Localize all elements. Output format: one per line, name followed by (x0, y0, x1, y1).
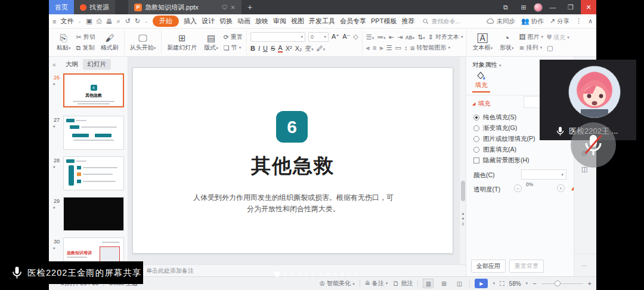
slide-thumbnail-28[interactable] (63, 156, 124, 190)
fit-slide-icon[interactable]: ⛶ (500, 280, 504, 288)
chapter-number-badge[interactable]: 6 (276, 111, 308, 143)
decrease-font-icon[interactable]: A⁻ (342, 33, 350, 41)
paste-button[interactable]: ⎘ 粘贴▾ (55, 33, 73, 52)
to-smart-graphic-button[interactable]: ⧈转智能图形▾ (410, 44, 450, 52)
ribbon-tab-transition[interactable]: 切换 (219, 17, 233, 26)
ribbon-tab-review[interactable]: 审阅 (273, 17, 286, 26)
apply-to-all-button[interactable]: 全部应用 (471, 260, 506, 273)
vertical-scrollbar[interactable]: ▲▼⇕ (459, 57, 466, 264)
comment-bubble-icon[interactable]: 🗨 (222, 4, 228, 11)
bullet-list-icon[interactable]: ☰▾ (366, 33, 374, 41)
redo-icon[interactable]: ↻ (135, 17, 140, 25)
decrease-indent-icon[interactable]: ⇤ (389, 33, 394, 41)
strikethrough-button[interactable]: S (271, 45, 275, 52)
tab-slides[interactable]: 幻灯片 (83, 59, 112, 70)
collapse-ribbon-icon[interactable]: ∧ (588, 17, 593, 25)
account-avatar[interactable] (534, 3, 543, 12)
ribbon-tab-member[interactable]: 会员专享 (340, 17, 366, 26)
command-search-input[interactable]: 查找命令... (423, 17, 460, 26)
fill-section-header[interactable]: ◢ 填充 (472, 100, 490, 108)
slide-canvas[interactable]: 6 其他急救 人体受到外力作用而发生的组织撕裂或损害。根据有无伤口，可 分为开放… (128, 57, 459, 264)
increase-indent-icon[interactable]: ⇥ (397, 33, 402, 41)
fill-button[interactable]: ⛊填充▾ (547, 33, 569, 42)
share-button[interactable]: ↗分享 (550, 17, 569, 26)
radio-picture-texture-fill[interactable]: 图片或纹理填充(P) (473, 135, 535, 143)
prev-next-slide-buttons[interactable]: ▲▼⇕ (460, 211, 466, 227)
transparency-slider[interactable]: − 0% + (514, 183, 568, 194)
reset-background-button[interactable]: 重置背景 (509, 260, 544, 273)
cut-button[interactable]: ✂剪切 (76, 33, 95, 41)
font-size-combo[interactable]: 0▾ (308, 32, 329, 42)
ribbon-tab-recommend[interactable]: 推荐 (401, 17, 414, 26)
play-options-icon[interactable]: ▾ (493, 281, 495, 286)
slideshow-play-button[interactable]: ▶ (475, 279, 488, 288)
more-panes-icon[interactable]: ··· (581, 263, 587, 269)
zoom-slider[interactable] (541, 283, 583, 284)
ribbon-tab-design[interactable]: 设计 (202, 17, 215, 26)
outline-button[interactable]: ▢ (547, 44, 569, 52)
tab-home[interactable]: 首页 (49, 0, 74, 14)
align-left-icon[interactable]: ⫷ (366, 44, 370, 52)
slide-thumbnail-26[interactable]: 6 其他急救 (63, 73, 124, 107)
save-icon[interactable]: ▣ (86, 17, 92, 25)
chevron-down-icon[interactable]: ⌄ (144, 19, 148, 24)
collapse-panel-icon[interactable]: « (52, 61, 56, 68)
radio-pattern-fill[interactable]: 图案填充(A) (473, 146, 516, 154)
slide-thumbnail-27[interactable] (63, 116, 124, 150)
slide-body-text[interactable]: 人体受到外力作用而发生的组织撕裂或损害。根据有无伤口，可 分为开放性和闭合性两大… (157, 192, 430, 215)
line-spacing-icon[interactable]: ⇅▾ (417, 33, 425, 41)
tab-resources[interactable]: 找资源 (74, 0, 115, 14)
zoom-in-icon[interactable]: + (588, 280, 592, 287)
tab-document[interactable]: P 急救知识培训.pptx 🗨 ✕ (128, 0, 242, 14)
superscript-button[interactable]: X² (286, 45, 292, 52)
ribbon-tab-animation[interactable]: 动画 (237, 17, 250, 26)
scrollbar-thumb[interactable] (461, 181, 465, 201)
underline-button[interactable]: U (263, 45, 268, 52)
increase-font-icon[interactable]: A⁺ (332, 33, 339, 41)
font-family-combo[interactable]: ▾ (250, 32, 305, 42)
slide-title[interactable]: 其他急救 (133, 153, 453, 180)
format-painter-button[interactable]: 🖌 格式刷 (99, 33, 120, 52)
increase-transparency-icon[interactable]: + (557, 184, 565, 192)
clear-format-icon[interactable]: ◇ (353, 33, 358, 41)
undo-icon[interactable]: ↺ (125, 17, 131, 25)
zoom-options-icon[interactable]: ▾ (526, 281, 528, 286)
insert-picture-button[interactable]: 🖼图片▾ (519, 33, 543, 41)
slide-layout-button[interactable]: ▤ 版式▾ (202, 33, 220, 52)
decrease-transparency-icon[interactable]: − (514, 184, 522, 192)
normal-view-button[interactable]: ▥ (423, 279, 434, 288)
align-text-button[interactable]: ⇕对齐文本▾ (428, 33, 463, 41)
current-slide[interactable]: 6 其他急救 人体受到外力作用而发生的组织撕裂或损害。根据有无伤口，可 分为开放… (132, 67, 453, 254)
ribbon-tab-view[interactable]: 视图 (291, 17, 304, 26)
play-from-start-button[interactable]: 🖵 从头开始▾ (128, 33, 158, 52)
slide-sorter-view-button[interactable]: ⊞ (438, 279, 449, 288)
restore-button[interactable]: ❐ (563, 0, 578, 14)
comments-button[interactable]: 🗋批注 (392, 279, 413, 288)
tab-outline[interactable]: 大纲 (66, 60, 78, 69)
zoom-slider-knob[interactable] (555, 280, 561, 286)
arrange-button[interactable]: ≋排列▾ (519, 44, 543, 52)
checkbox-hide-background[interactable]: 隐藏背景图形(H) (473, 156, 530, 165)
text-effects-icon[interactable]: 变▾ (305, 44, 314, 53)
text-box-button[interactable]: 🄰 文本框▾ (470, 33, 494, 52)
reset-slide-button[interactable]: ⟳重置 (224, 33, 243, 41)
zoom-out-icon[interactable]: − (532, 280, 536, 287)
slide-thumbnail-30[interactable]: 急救知识培训 (63, 237, 124, 264)
numbered-list-icon[interactable]: ≔▾ (377, 33, 386, 41)
zoom-level[interactable]: 58% (509, 280, 521, 287)
new-slide-button[interactable]: ⊞ 新建幻灯片 (165, 33, 199, 52)
mute-toggle-button[interactable] (571, 122, 616, 168)
ribbon-tab-slideshow[interactable]: 放映 (255, 17, 268, 26)
align-center-icon[interactable]: ≡ (373, 44, 376, 51)
font-color-button[interactable]: A (278, 44, 282, 53)
color-dropdown[interactable]: ▾ (521, 169, 566, 180)
ribbon-tab-templates[interactable]: PPT模板 (371, 17, 397, 26)
ribbon-tab-devtools[interactable]: 开发工具 (309, 17, 335, 26)
more-options-icon[interactable]: ⋮ (575, 17, 582, 25)
notes-toggle-button[interactable]: ≞备注▾ (365, 279, 388, 288)
fill-tab[interactable]: 填充 (472, 71, 490, 92)
sync-status[interactable]: 未同步 (487, 17, 515, 26)
justify-icon[interactable]: ☰ (386, 44, 392, 52)
collaborate-button[interactable]: 👥协作 (521, 17, 544, 26)
distribute-icon[interactable]: ▭ (395, 44, 401, 52)
